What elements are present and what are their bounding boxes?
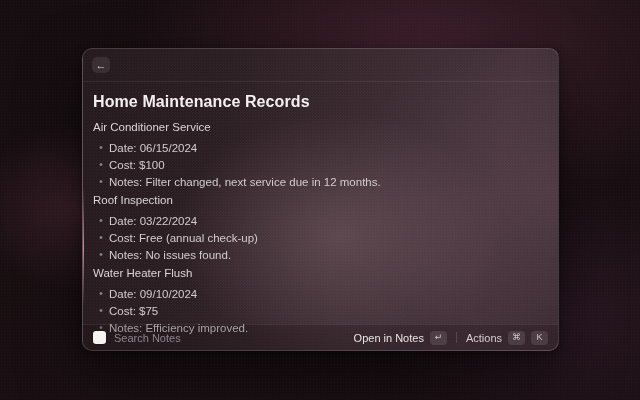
k-key-icon: K (531, 331, 548, 345)
desktop-background: ← Home Maintenance Records Air Condition… (0, 0, 640, 400)
actions-label: Actions (466, 332, 502, 344)
note-content: Home Maintenance Records Air Conditioner… (83, 82, 558, 334)
record-list: •Date: 06/15/2024 •Cost: $100 •Notes: Fi… (93, 142, 548, 188)
record-section-heading: Water Heater Flush (93, 267, 548, 279)
bullet-dot: • (93, 288, 109, 300)
page-title: Home Maintenance Records (93, 93, 548, 110)
bullet-dot: • (93, 249, 109, 261)
record-section-heading: Air Conditioner Service (93, 121, 548, 133)
record-item-text: Cost: Free (annual check-up) (109, 232, 258, 244)
record-item: •Cost: Free (annual check-up) (93, 232, 548, 244)
record-item: •Date: 06/15/2024 (93, 142, 548, 154)
record-item-text: Cost: $100 (109, 159, 165, 171)
bullet-dot: • (93, 176, 109, 188)
record-item-text: Notes: Filter changed, next service due … (109, 176, 381, 188)
bullet-dot: • (93, 232, 109, 244)
record-item: •Cost: $100 (93, 159, 548, 171)
command-key-icon: ⌘ (508, 331, 525, 345)
footer-divider (456, 332, 457, 343)
record-item-text: Date: 09/10/2024 (109, 288, 197, 300)
record-item: •Cost: $75 (93, 305, 548, 317)
footer-actions: Open in Notes ↵ Actions ⌘ K (354, 331, 548, 345)
bullet-dot: • (93, 159, 109, 171)
record-section: Air Conditioner Service •Date: 06/15/202… (93, 121, 548, 188)
record-item-text: Notes: No issues found. (109, 249, 231, 261)
record-item-text: Date: 03/22/2024 (109, 215, 197, 227)
notes-app-icon (93, 331, 106, 344)
footer-extension-info: Search Notes (93, 331, 181, 344)
header-bar: ← (83, 49, 558, 82)
record-section: Roof Inspection •Date: 03/22/2024 •Cost:… (93, 194, 548, 261)
back-arrow-icon: ← (96, 60, 107, 71)
record-item: •Notes: Filter changed, next service due… (93, 176, 548, 188)
record-item-text: Cost: $75 (109, 305, 158, 317)
open-in-notes-button[interactable]: Open in Notes ↵ (354, 331, 447, 345)
actions-button[interactable]: Actions ⌘ K (466, 331, 548, 345)
record-item-text: Date: 06/15/2024 (109, 142, 197, 154)
record-item: •Date: 03/22/2024 (93, 215, 548, 227)
record-list: •Date: 03/22/2024 •Cost: Free (annual ch… (93, 215, 548, 261)
footer-bar: Search Notes Open in Notes ↵ Actions ⌘ K (83, 324, 558, 350)
return-key-icon: ↵ (430, 331, 447, 345)
notes-detail-panel: ← Home Maintenance Records Air Condition… (82, 48, 559, 351)
open-in-notes-label: Open in Notes (354, 332, 424, 344)
search-notes-label: Search Notes (114, 332, 181, 344)
bullet-dot: • (93, 142, 109, 154)
bullet-dot: • (93, 305, 109, 317)
record-item: •Date: 09/10/2024 (93, 288, 548, 300)
bullet-dot: • (93, 215, 109, 227)
record-section-heading: Roof Inspection (93, 194, 548, 206)
back-button[interactable]: ← (92, 57, 110, 73)
record-item: •Notes: No issues found. (93, 249, 548, 261)
